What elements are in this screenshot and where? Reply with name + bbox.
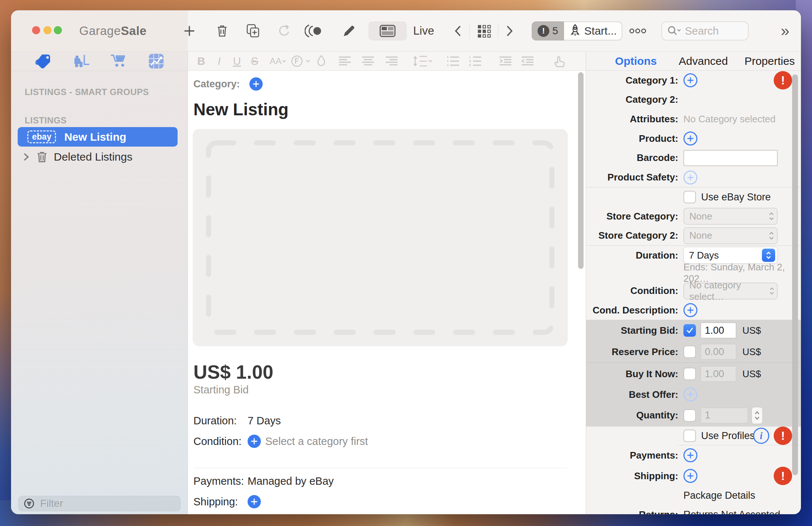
- product-row: Product:: [586, 129, 801, 148]
- store-category2-dropdown[interactable]: None: [683, 227, 778, 244]
- indent-button[interactable]: [499, 56, 512, 67]
- numbered-list-button[interactable]: [469, 56, 482, 67]
- returns-value: Returns Not Accepted: [683, 509, 780, 515]
- reserve-price-row: Reserve Price: US$: [586, 341, 801, 362]
- italic-button[interactable]: I: [218, 55, 221, 67]
- search-icon: [666, 25, 681, 37]
- app-logo: GarageSale: [79, 24, 147, 38]
- preview-circles-icon: [305, 23, 324, 39]
- hand-tool-button[interactable]: [553, 54, 566, 68]
- cond-description-row: Cond. Description:: [586, 301, 801, 320]
- minimize-window-button[interactable]: [43, 26, 52, 34]
- search-field[interactable]: [661, 21, 749, 41]
- live-mode-label[interactable]: Live: [413, 24, 434, 38]
- field-label: Barcode:: [586, 152, 678, 164]
- store-category-dropdown[interactable]: None: [683, 208, 778, 225]
- refresh-button[interactable]: [276, 23, 293, 39]
- use-ebay-store-checkbox[interactable]: [683, 191, 696, 203]
- line-spacing-button[interactable]: [412, 55, 432, 67]
- panel-scrollbar-thumb[interactable]: [792, 74, 798, 475]
- new-listing-button[interactable]: [182, 24, 197, 38]
- align-right-button[interactable]: [385, 56, 398, 67]
- text-color-button[interactable]: [316, 55, 326, 68]
- disclosure-chevron-icon[interactable]: [22, 151, 30, 162]
- add-cond-description-button[interactable]: [683, 303, 697, 317]
- outdent-button[interactable]: [521, 56, 534, 67]
- info-icon[interactable]: i: [753, 428, 769, 444]
- add-shipping-button[interactable]: [683, 469, 697, 483]
- shipping-row: Shipping:: [193, 495, 261, 508]
- field-label: Best Offer:: [586, 389, 678, 400]
- add-best-offer-button[interactable]: [683, 388, 697, 401]
- use-profiles-checkbox[interactable]: [683, 429, 696, 442]
- add-payments-button[interactable]: [683, 448, 697, 462]
- cart-tab-icon[interactable]: [109, 53, 129, 69]
- field-label: Starting Bid:: [586, 325, 678, 336]
- quantity-stepper[interactable]: [751, 407, 763, 424]
- buy-it-now-checkbox[interactable]: [683, 368, 696, 380]
- add-category-button[interactable]: [249, 77, 263, 91]
- updown-chevrons-icon: [768, 231, 775, 241]
- chevron-right-icon: [504, 24, 515, 38]
- more-actions-button[interactable]: [629, 27, 647, 35]
- edit-mode-button[interactable]: [341, 23, 357, 39]
- barcode-input[interactable]: [683, 150, 778, 166]
- underline-button[interactable]: U: [233, 55, 241, 67]
- layout-view-toggle[interactable]: [368, 21, 407, 41]
- strikethrough-button[interactable]: S: [251, 55, 258, 67]
- grid-view-button[interactable]: [476, 22, 493, 39]
- main-scrollbar-thumb[interactable]: [578, 72, 584, 269]
- add-product-safety-button[interactable]: [683, 171, 697, 185]
- condition-dropdown[interactable]: No category select…: [683, 283, 778, 299]
- expand-toolbar-button[interactable]: »: [781, 23, 789, 39]
- preview-mode-button[interactable]: [305, 23, 324, 39]
- delete-listing-button[interactable]: [214, 23, 230, 39]
- package-details-link[interactable]: Package Details: [683, 490, 755, 501]
- chart-tab-icon[interactable]: [148, 53, 165, 70]
- starting-bid-checkbox[interactable]: [683, 324, 696, 337]
- filter-input[interactable]: [39, 497, 159, 510]
- main-editor: B I U S AA: [188, 52, 586, 514]
- trash-icon: [214, 23, 230, 39]
- returns-row: Returns: Returns Not Accepted: [586, 504, 801, 514]
- payments-value: Managed by eBay: [248, 475, 334, 487]
- duration-ends-row: Ends: Sunday, March 2, 202…: [586, 265, 801, 281]
- quantity-input[interactable]: [700, 407, 748, 424]
- tab-advanced[interactable]: Advanced: [679, 55, 728, 67]
- back-button[interactable]: [452, 24, 463, 38]
- close-window-button[interactable]: [32, 26, 40, 34]
- add-category1-button[interactable]: [683, 73, 697, 87]
- reserve-price-checkbox[interactable]: [683, 346, 696, 358]
- alerts-button[interactable]: ! 5: [532, 21, 564, 41]
- duplicate-listing-button[interactable]: [245, 22, 262, 39]
- zoom-window-button[interactable]: [54, 26, 62, 34]
- sidebar-item-new-listing[interactable]: ebay New Listing: [18, 127, 178, 147]
- reserve-price-input[interactable]: [700, 344, 736, 360]
- forward-button[interactable]: [504, 24, 515, 38]
- sidebar-item-deleted-listings[interactable]: Deleted Listings: [18, 148, 182, 166]
- align-center-button[interactable]: [361, 56, 375, 67]
- font-family-button[interactable]: [290, 54, 311, 68]
- image-placeholder[interactable]: [193, 129, 568, 346]
- bullet-list-button[interactable]: [447, 56, 460, 67]
- start-listing-button[interactable]: Start...: [564, 21, 622, 41]
- tab-options[interactable]: Options: [615, 55, 657, 67]
- add-shipping-button[interactable]: [248, 495, 261, 508]
- font-size-button[interactable]: AA: [270, 56, 287, 66]
- align-left-button[interactable]: [338, 56, 351, 67]
- forklift-tab-icon[interactable]: [72, 53, 91, 69]
- tag-tab-icon[interactable]: [34, 53, 53, 69]
- tab-properties[interactable]: Properties: [745, 55, 795, 67]
- plus-icon: [687, 135, 694, 142]
- add-condition-button[interactable]: [248, 435, 261, 448]
- buy-it-now-input[interactable]: [700, 366, 736, 382]
- starting-bid-input[interactable]: [700, 322, 736, 339]
- filter-field[interactable]: [18, 496, 181, 511]
- format-toolbar: B I U S AA: [188, 52, 586, 71]
- attributes-value: No Category selected: [683, 113, 776, 125]
- bold-button[interactable]: B: [197, 55, 205, 67]
- search-input[interactable]: [684, 25, 734, 38]
- add-product-button[interactable]: [683, 132, 697, 145]
- quantity-checkbox[interactable]: [683, 409, 696, 422]
- condition-row: Condition: No category select…: [586, 281, 801, 301]
